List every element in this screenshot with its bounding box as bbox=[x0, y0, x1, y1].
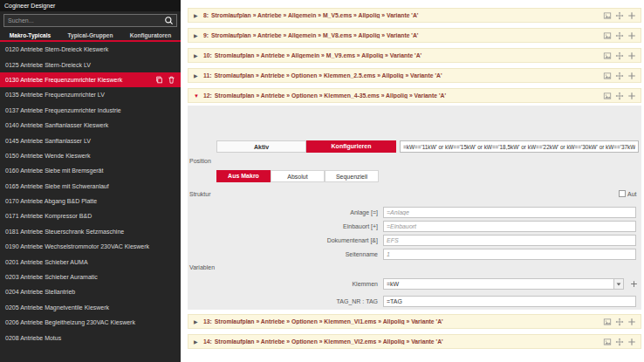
chevron-right-icon[interactable]: ▶ bbox=[194, 72, 203, 79]
position-sequenziell-button[interactable]: Sequenziell bbox=[325, 170, 379, 182]
plus-icon[interactable] bbox=[627, 92, 636, 100]
plus-icon[interactable] bbox=[627, 11, 636, 20]
trash-icon[interactable] bbox=[168, 76, 175, 84]
row-actions bbox=[603, 31, 641, 40]
move-icon[interactable] bbox=[615, 92, 624, 100]
chevron-right-icon[interactable]: ▶ bbox=[194, 318, 203, 324]
anlage-input[interactable] bbox=[383, 207, 636, 218]
app-title: Cogineer Designer bbox=[4, 3, 55, 9]
image-icon[interactable] bbox=[603, 338, 612, 346]
list-item[interactable]: 0208 Antriebe Motus bbox=[0, 330, 181, 345]
tab-konfiguratoren[interactable]: Konfiguratoren bbox=[120, 29, 181, 40]
move-icon[interactable] bbox=[615, 318, 624, 326]
macro-row-8[interactable]: ▶ 8: Stromlaufplan » Antriebe » Allgemei… bbox=[188, 8, 641, 23]
row-label: Stromlaufplan » Antriebe » Optionen » Kl… bbox=[215, 318, 603, 324]
sidebar-tabs: Makro-Typicals Typical-Gruppen Konfigura… bbox=[0, 29, 181, 42]
plus-icon[interactable] bbox=[627, 318, 636, 326]
row-actions bbox=[603, 318, 641, 326]
list-item[interactable]: 0205 Antriebe Magnetventile Kieswerk bbox=[0, 300, 181, 315]
macro-row-13[interactable]: ▶ 13: Stromlaufplan » Antriebe » Optione… bbox=[188, 314, 641, 329]
move-icon[interactable] bbox=[615, 11, 624, 20]
image-icon[interactable] bbox=[603, 318, 612, 326]
section-struktur-label: Struktur bbox=[189, 191, 211, 197]
row-actions bbox=[603, 338, 641, 346]
add-variable-button[interactable] bbox=[629, 279, 639, 289]
list-item[interactable]: 0190 Antriebe Wechselstrommotor 230VAC K… bbox=[0, 239, 181, 254]
chevron-right-icon[interactable]: ▶ bbox=[194, 52, 203, 58]
row-number: 8: bbox=[203, 12, 209, 18]
plus-icon[interactable] bbox=[627, 51, 636, 60]
macro-row-11[interactable]: ▶ 11: Stromlaufplan » Antriebe » Optione… bbox=[188, 68, 641, 83]
plus-icon[interactable] bbox=[627, 31, 636, 40]
klemmen-input[interactable] bbox=[383, 278, 624, 290]
tag-nr-input[interactable] bbox=[383, 296, 636, 307]
plus-icon[interactable] bbox=[627, 338, 636, 346]
list-item[interactable]: 0181 Antriebe Steuerschrank Setzmaschine bbox=[0, 224, 181, 239]
image-icon[interactable] bbox=[603, 51, 612, 60]
tab-konfigurieren[interactable]: Konfigurieren bbox=[306, 140, 396, 153]
position-absolut-button[interactable]: Absolut bbox=[271, 170, 325, 182]
macro-row-10[interactable]: ▶ 10: Stromlaufplan » Antriebe » Allgeme… bbox=[188, 48, 641, 63]
list-item[interactable]: 0145 Antriebe Sanftanlasser LV bbox=[0, 133, 181, 147]
move-icon[interactable] bbox=[615, 72, 624, 80]
macro-row-14[interactable]: ▶ 14: Stromlaufplan » Antriebe » Optione… bbox=[188, 334, 641, 349]
row-actions bbox=[603, 72, 641, 80]
tab-makro-typicals[interactable]: Makro-Typicals bbox=[0, 29, 60, 40]
form-row-tag-nr: TAG_NR : TAG bbox=[188, 296, 641, 307]
row-label: Stromlaufplan » Antriebe » Optionen » Kl… bbox=[214, 72, 603, 79]
image-icon[interactable] bbox=[603, 11, 612, 20]
auto-checkbox-group: Aut bbox=[619, 190, 641, 197]
list-item-selected[interactable]: 0130 Antriebe Frequenzumrichter Kieswerk bbox=[0, 72, 181, 87]
tag-nr-label: TAG_NR : TAG bbox=[188, 296, 378, 307]
list-item[interactable]: 0150 Antriebe Wende Kieswerk bbox=[0, 148, 181, 163]
list-item[interactable]: 0135 Antriebe Frequenzumrichter LV bbox=[0, 87, 181, 102]
list-item[interactable]: 0137 Antriebe Frequenzumrichter Industri… bbox=[0, 103, 181, 118]
list-item[interactable]: 0201 Antriebe Schieber AUMA bbox=[0, 254, 181, 269]
chevron-right-icon[interactable]: ▶ bbox=[194, 338, 203, 345]
klemmen-label: Klemmen bbox=[188, 278, 378, 290]
search-button[interactable] bbox=[161, 15, 176, 26]
image-icon[interactable] bbox=[603, 31, 612, 40]
row-label: Stromlaufplan » Antriebe » Optionen » Kl… bbox=[215, 92, 603, 99]
list-item[interactable]: 0203 Antriebe Schieber Auramatic bbox=[0, 270, 181, 284]
row-number: 14: bbox=[203, 338, 212, 345]
list-item[interactable]: 0171 Antriebe Kompressor B&D bbox=[0, 208, 181, 223]
list-item[interactable]: 0160 Antriebe Siebe mit Bremsgerät bbox=[0, 163, 181, 178]
row-number: 12: bbox=[203, 92, 212, 99]
list-item[interactable]: 0125 Antriebe Stern-Dreieck LV bbox=[0, 57, 181, 72]
chevron-right-icon[interactable]: ▶ bbox=[194, 32, 203, 38]
einbauort-label: Einbauort [+] bbox=[188, 221, 378, 232]
form-row-seitenname: Seitenname bbox=[188, 249, 641, 260]
condition-expression-input[interactable] bbox=[400, 140, 639, 153]
config-panel: Aktiv Konfigurieren Position Aus Makro A… bbox=[188, 106, 641, 310]
move-icon[interactable] bbox=[615, 51, 624, 60]
list-item[interactable]: 0204 Antriebe Stellantrieb bbox=[0, 284, 181, 299]
list-item[interactable]: 0206 Antriebe Begleitheizung 230VAC Kies… bbox=[0, 315, 181, 330]
macro-row-12[interactable]: ▼ 12: Stromlaufplan » Antriebe » Optione… bbox=[188, 88, 641, 103]
list-item[interactable]: 0165 Antriebe Siebe mit Schweranlauf bbox=[0, 179, 181, 194]
chevron-down-icon[interactable]: ▼ bbox=[194, 93, 203, 99]
search-input[interactable] bbox=[4, 17, 161, 24]
klemmen-dropdown-button[interactable] bbox=[613, 279, 623, 289]
row-number: 11: bbox=[203, 72, 211, 79]
chevron-right-icon[interactable]: ▶ bbox=[194, 12, 203, 18]
image-icon[interactable] bbox=[603, 92, 612, 100]
copy-icon[interactable] bbox=[155, 76, 163, 84]
image-icon[interactable] bbox=[603, 72, 612, 80]
einbauort-input[interactable] bbox=[383, 221, 636, 232]
list-item[interactable]: 0140 Antriebe Sanftanlasser Kieswerk bbox=[0, 118, 181, 133]
seitenname-input[interactable] bbox=[383, 249, 636, 260]
macro-row-9[interactable]: ▶ 9: Stromlaufplan » Antriebe » Allgemei… bbox=[188, 28, 641, 43]
position-aus-makro-button[interactable]: Aus Makro bbox=[216, 170, 271, 182]
sidebar: Cogineer Designer Makro-Typicals Typical… bbox=[0, 0, 181, 362]
plus-icon[interactable] bbox=[627, 72, 636, 80]
move-icon[interactable] bbox=[615, 31, 624, 40]
list-item[interactable]: 0170 Antriebe Abgang B&D Platte bbox=[0, 194, 181, 208]
list-item[interactable]: 0120 Antriebe Stern-Dreieck Kieswerk bbox=[0, 42, 181, 57]
dokumentenart-input[interactable] bbox=[383, 235, 636, 246]
form-row-einbauort: Einbauort [+] bbox=[188, 221, 641, 232]
tab-aktiv[interactable]: Aktiv bbox=[216, 140, 306, 153]
tab-typical-gruppen[interactable]: Typical-Gruppen bbox=[60, 29, 120, 40]
auto-checkbox[interactable] bbox=[619, 190, 626, 197]
move-icon[interactable] bbox=[615, 338, 624, 346]
